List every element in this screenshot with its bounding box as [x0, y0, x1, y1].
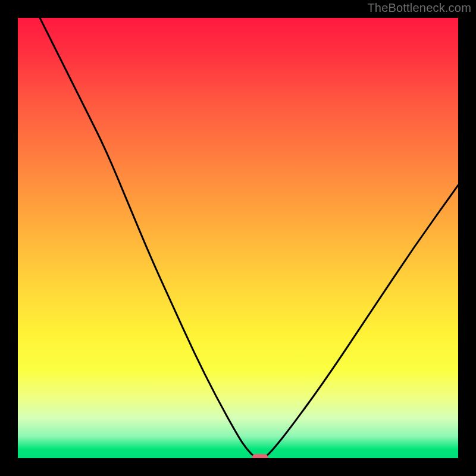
- watermark-text: TheBottleneck.com: [367, 1, 471, 15]
- minimum-marker: [252, 454, 268, 458]
- plot-area: [18, 18, 458, 458]
- bottleneck-curve: [18, 18, 458, 458]
- chart-frame: TheBottleneck.com: [0, 0, 476, 476]
- curve-path: [40, 18, 458, 458]
